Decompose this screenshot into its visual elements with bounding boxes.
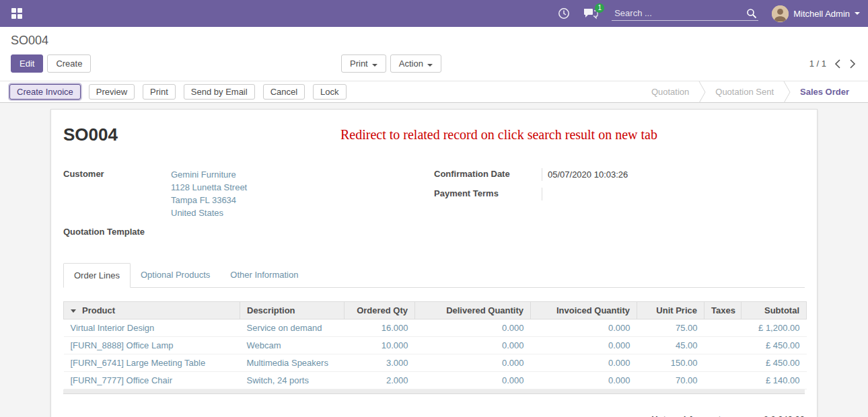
customer-name[interactable]: Gemini Furniture <box>171 168 434 181</box>
chevron-down-icon <box>855 12 860 15</box>
user-name: Mitchell Admin <box>793 9 850 19</box>
print-menu-label: Print <box>350 59 368 69</box>
table-row[interactable]: Virtual Interior Design Service on deman… <box>64 319 807 337</box>
control-panel: SO004 Edit Create Print Action 1 / 1 <box>0 27 868 81</box>
cell-ordered-qty: 2.000 <box>345 372 415 389</box>
customer-country: United States <box>171 206 434 219</box>
edit-button[interactable]: Edit <box>11 54 43 73</box>
status-step-quotation-sent[interactable]: Quotation Sent <box>706 87 783 97</box>
tab-other-information[interactable]: Other Information <box>220 263 308 288</box>
cell-ordered-qty: 10.000 <box>345 337 415 354</box>
quotation-template-label: Quotation Template <box>63 226 171 239</box>
cell-subtotal: £ 450.00 <box>742 354 807 372</box>
customer-value[interactable]: Gemini Furniture 1128 Lunetta Street Tam… <box>171 168 434 219</box>
main-content: SO004 Redirect to related record on clic… <box>0 103 868 417</box>
create-button[interactable]: Create <box>47 54 91 73</box>
customer-city: Tampa FL 33634 <box>171 194 434 206</box>
cell-unit-price: 75.00 <box>637 319 704 337</box>
tab-order-lines[interactable]: Order Lines <box>63 263 131 288</box>
pager-previous-icon[interactable] <box>833 58 842 70</box>
confirmation-date-value: 05/07/2020 10:03:26 <box>542 168 805 181</box>
avatar <box>772 5 789 22</box>
column-header-invoiced-qty[interactable]: Invoiced Quantity <box>531 302 637 319</box>
cell-product[interactable]: [FURN_6741] Large Meeting Table <box>64 354 240 372</box>
column-header-description[interactable]: Description <box>240 302 345 319</box>
cell-delivered-qty: 0.000 <box>415 372 531 389</box>
cell-invoiced-qty: 0.000 <box>531 337 637 354</box>
column-header-ordered-qty[interactable]: Ordered Qty <box>345 302 415 319</box>
column-header-product[interactable]: Product <box>64 302 240 319</box>
chevron-down-icon <box>427 64 433 67</box>
preview-button[interactable]: Preview <box>89 84 135 100</box>
apps-menu-icon[interactable] <box>8 5 26 22</box>
cell-subtotal: £ 140.00 <box>742 372 807 389</box>
form-sheet: SO004 Redirect to related record on clic… <box>50 109 818 417</box>
field-groups: Customer Gemini Furniture 1128 Lunetta S… <box>63 168 805 245</box>
status-arrow-icon <box>783 81 791 102</box>
customer-street: 1128 Lunetta Street <box>171 181 434 194</box>
action-menu-button[interactable]: Action <box>390 54 441 73</box>
untaxed-amount-label: Untaxed Amount: <box>651 414 724 417</box>
print-menu-button[interactable]: Print <box>341 54 386 73</box>
status-arrow-icon <box>698 81 706 102</box>
cell-description[interactable]: Switch, 24 ports <box>240 372 345 389</box>
column-header-taxes[interactable]: Taxes <box>704 302 742 319</box>
cell-taxes <box>704 319 742 337</box>
action-menu-label: Action <box>399 59 423 69</box>
cell-subtotal: £ 1,200.00 <box>742 319 807 337</box>
lock-button[interactable]: Lock <box>313 84 346 100</box>
cell-product[interactable]: [FURN_8888] Office Lamp <box>64 337 240 354</box>
sort-caret-icon <box>71 309 76 313</box>
quotation-template-value[interactable] <box>171 226 434 239</box>
column-header-subtotal[interactable]: Subtotal <box>742 302 807 319</box>
annotation-text: Redirect to related record on click sear… <box>340 127 657 143</box>
cell-delivered-qty: 0.000 <box>415 354 531 372</box>
cell-description[interactable]: Service on demand <box>240 319 345 337</box>
cell-unit-price: 70.00 <box>637 372 704 389</box>
pager-counter: 1 / 1 <box>809 59 826 69</box>
user-menu[interactable]: Mitchell Admin <box>772 5 860 22</box>
pager-next-icon[interactable] <box>848 58 857 70</box>
order-lines-table: Product Description Ordered Qty Delivere… <box>63 301 807 389</box>
messages-icon[interactable]: 1 <box>583 8 598 20</box>
cell-taxes <box>704 372 742 389</box>
notebook-tabs: Order Lines Optional Products Other Info… <box>63 263 805 288</box>
cell-invoiced-qty: 0.000 <box>531 372 637 389</box>
cell-description[interactable]: Multimedia Speakers <box>240 354 345 372</box>
table-footer-strip <box>63 389 805 394</box>
cell-unit-price: 45.00 <box>637 337 704 354</box>
cell-delivered-qty: 0.000 <box>415 319 531 337</box>
pager: 1 / 1 <box>809 58 857 70</box>
cell-product[interactable]: Virtual Interior Design <box>64 319 240 337</box>
table-header-row: Product Description Ordered Qty Delivere… <box>64 302 807 319</box>
cell-product[interactable]: [FURN_7777] Office Chair <box>64 372 240 389</box>
status-step-sales-order[interactable]: Sales Order <box>791 87 859 97</box>
untaxed-amount-value: £ 2,240.00 <box>724 414 805 417</box>
table-row[interactable]: [FURN_7777] Office Chair Switch, 24 port… <box>64 372 807 389</box>
tab-optional-products[interactable]: Optional Products <box>131 263 220 288</box>
search-icon[interactable] <box>746 8 757 19</box>
payment-terms-label: Payment Terms <box>434 188 542 200</box>
cell-description[interactable]: Webcam <box>240 337 345 354</box>
activities-clock-icon[interactable] <box>558 7 570 20</box>
column-header-unit-price[interactable]: Unit Price <box>637 302 704 319</box>
totals-section: Untaxed Amount: £ 2,240.00 <box>63 414 805 417</box>
print-button[interactable]: Print <box>143 84 176 100</box>
cell-invoiced-qty: 0.000 <box>531 319 637 337</box>
search-input[interactable] <box>613 7 746 19</box>
table-row[interactable]: [FURN_6741] Large Meeting Table Multimed… <box>64 354 807 372</box>
cancel-button[interactable]: Cancel <box>263 84 305 100</box>
statusbar: Create Invoice Preview Print Send by Ema… <box>0 81 868 103</box>
column-header-delivered-qty[interactable]: Delivered Quantity <box>415 302 531 319</box>
create-invoice-button[interactable]: Create Invoice <box>9 84 81 100</box>
send-by-email-button[interactable]: Send by Email <box>184 84 255 100</box>
breadcrumb: SO004 <box>11 34 857 48</box>
cell-taxes <box>704 354 742 372</box>
table-row[interactable]: [FURN_8888] Office Lamp Webcam 10.000 0.… <box>64 337 807 354</box>
message-badge: 1 <box>595 3 604 13</box>
top-navbar: 1 Mitchell Admin <box>0 0 868 27</box>
confirmation-date-label: Confirmation Date <box>434 168 542 181</box>
status-step-quotation[interactable]: Quotation <box>642 87 698 97</box>
cell-delivered-qty: 0.000 <box>415 337 531 354</box>
payment-terms-value[interactable] <box>542 188 805 200</box>
